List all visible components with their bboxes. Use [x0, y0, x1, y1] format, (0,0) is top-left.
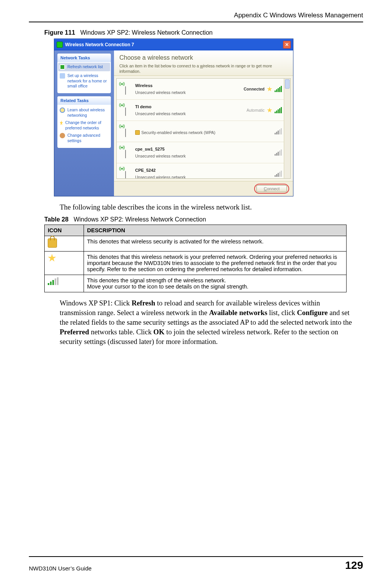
signal-icon	[275, 107, 282, 113]
network-name: cpe_sw1_5275	[135, 147, 271, 151]
signal-icon	[275, 86, 282, 92]
task-label: Change the order of preferred networks	[65, 120, 109, 131]
network-item[interactable]: cpe_sw1_5275 Unsecured wireless network	[117, 142, 290, 163]
titlebar: Wireless Network Connection 7 ✕	[54, 39, 293, 50]
lock-icon	[48, 238, 57, 248]
icon-description-table: ICON DESCRIPTION This denotes that wirel…	[44, 225, 347, 292]
table-row: This denotes the signal strength of the …	[45, 275, 347, 292]
lock-icon	[135, 130, 140, 135]
figure-caption-text: Windows XP SP2: Wireless Network Connect…	[80, 29, 213, 36]
connect-u: C	[264, 186, 267, 191]
figure-caption: Figure 111 Windows XP SP2: Wireless Netw…	[44, 29, 363, 36]
footer: NWD310N User’s Guide 129	[29, 556, 363, 572]
p2t5: networks table. Click	[89, 328, 153, 336]
star-icon	[60, 120, 63, 126]
header-appendix: Appendix C Windows Wireless Management	[29, 12, 363, 19]
p2b1: Refresh	[132, 299, 155, 307]
refresh-icon	[60, 64, 65, 70]
table-row: This denotes that wireless security is a…	[45, 236, 347, 251]
network-list: Wireless Unsecured wireless network Conn…	[116, 78, 291, 179]
desc-cell: This denotes that this wireless network …	[84, 251, 347, 275]
task-label: Refresh network list	[67, 64, 103, 70]
network-item[interactable]: Security-enabled wireless network (WPA)	[117, 121, 290, 142]
desc-line-2: Move your cursor to the icon to see deta…	[87, 283, 248, 290]
task-change-advanced-settings[interactable]: Change advanced settings	[60, 132, 109, 144]
connect-button[interactable]: Connect	[256, 185, 287, 192]
main-title: Choose a wireless network	[119, 54, 288, 61]
sidebar-panel-network-tasks: Network Tasks Refresh network list Set u…	[57, 54, 111, 93]
table-row: This denotes that this wireless network …	[45, 251, 347, 275]
task-refresh-network-list[interactable]: Refresh network list	[58, 63, 110, 71]
scrollbar[interactable]	[284, 79, 290, 178]
task-change-order-preferred[interactable]: Change the order of preferred networks	[60, 119, 109, 132]
antenna-icon	[120, 82, 131, 96]
star-icon	[48, 254, 56, 262]
panel-head-related-tasks: Related Tasks	[57, 96, 111, 105]
desc-cell: This denotes that wireless security is a…	[84, 236, 347, 251]
star-icon	[267, 86, 272, 92]
task-learn-about-wireless[interactable]: Learn about wireless networking	[60, 106, 109, 119]
desc-line-1: This denotes the signal strength of the …	[87, 277, 226, 283]
gear-icon	[60, 133, 65, 138]
connect-highlight: Connect	[254, 184, 289, 194]
panel-head-network-tasks: Network Tasks	[57, 54, 111, 62]
wireless-app-icon	[57, 42, 63, 48]
scrollbar-thumb[interactable]	[285, 79, 290, 89]
sub-u: w	[200, 64, 203, 68]
p2b2: Available networks	[209, 309, 267, 317]
sidebar: Network Tasks Refresh network list Set u…	[54, 50, 114, 196]
th-icon: ICON	[45, 225, 84, 236]
p2t3: list, click	[267, 309, 297, 317]
p2b5: OK	[153, 328, 164, 336]
task-label: Change advanced settings	[67, 133, 109, 143]
task-setup-wireless-network[interactable]: Set up a wireless network for a home or …	[60, 72, 109, 90]
para-following-table: The following table describes the icons …	[60, 203, 356, 212]
para-xp-sp1: Windows XP SP1: Click Refresh to reload …	[60, 299, 356, 347]
th-description: DESCRIPTION	[84, 225, 347, 236]
subtext: Security-enabled wireless network (WPA)	[141, 130, 215, 135]
p2t1: Windows XP SP1: Click	[60, 299, 132, 307]
network-subtext: Unsecured wireless network	[135, 90, 240, 95]
page-number: 129	[345, 559, 363, 572]
sidebar-panel-related-tasks: Related Tasks Learn about wireless netwo…	[57, 96, 111, 148]
antenna-icon	[120, 167, 131, 179]
network-item[interactable]: CPE_5242 Unsecured wireless network	[117, 163, 290, 179]
signal-icon	[275, 171, 282, 177]
status-connected: Connected	[244, 87, 265, 91]
table-label: Table 28	[44, 216, 69, 223]
network-subtext: Unsecured wireless network	[135, 175, 271, 179]
xp-window: Wireless Network Connection 7 ✕ Network …	[54, 39, 293, 196]
signal-icon	[275, 128, 282, 134]
antenna-icon	[120, 104, 131, 117]
star-icon	[267, 107, 272, 113]
table-caption-text: Windows XP SP2: Wireless Network Connect…	[74, 216, 206, 223]
network-subtext: Unsecured wireless network	[135, 154, 271, 158]
antenna-icon	[120, 146, 131, 159]
network-name: CPE_5242	[135, 168, 271, 173]
antenna-icon	[120, 125, 131, 138]
close-icon[interactable]: ✕	[283, 41, 291, 49]
header-rule	[29, 22, 363, 22]
p2b3: Configure	[297, 309, 328, 317]
button-bar: Connect	[114, 181, 293, 196]
figure-label: Figure 111	[44, 29, 75, 36]
network-name: Wireless	[135, 83, 240, 88]
sub-pre: Click an item in the list below to conne…	[119, 64, 200, 68]
setup-icon	[60, 73, 65, 79]
status-automatic: Automatic	[246, 108, 265, 112]
network-name: TI demo	[135, 104, 243, 109]
main-pane: Choose a wireless network Click an item …	[114, 50, 293, 196]
p2b4: Preferred	[60, 328, 89, 336]
window-title: Wireless Network Connection 7	[65, 42, 134, 47]
task-label: Set up a wireless network for a home or …	[67, 73, 109, 89]
task-label: Learn about wireless networking	[67, 107, 109, 118]
signal-icon	[48, 277, 59, 285]
signal-icon	[275, 149, 282, 156]
info-icon	[60, 107, 65, 113]
network-item[interactable]: Wireless Unsecured wireless network Conn…	[117, 79, 290, 100]
network-item[interactable]: TI demo Unsecured wireless network Autom…	[117, 100, 290, 121]
desc-cell: This denotes the signal strength of the …	[84, 275, 347, 292]
main-subtitle: Click an item in the list below to conne…	[119, 64, 288, 74]
network-subtext: Unsecured wireless network	[135, 111, 243, 116]
footer-guide-name: NWD310N User’s Guide	[29, 565, 92, 572]
